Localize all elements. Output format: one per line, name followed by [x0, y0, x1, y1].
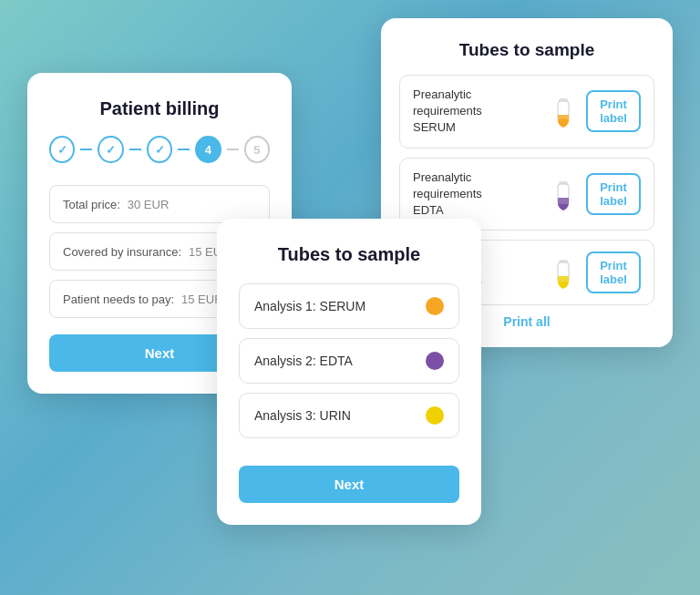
tubes-back-title: Tubes to sample	[399, 40, 654, 60]
analysis-1-label: Analysis 1: SERUM	[254, 299, 365, 313]
step-connector-1	[80, 149, 92, 150]
tube-icon-1	[551, 98, 577, 124]
analysis-row-2: Analysis 2: EDTA	[239, 338, 459, 384]
print-label-btn-1[interactable]: Printlabel	[586, 90, 641, 132]
patient-pay-label: Patient needs to pay:	[63, 292, 174, 306]
billing-title: Patient billing	[49, 98, 270, 119]
step-2: ✓	[98, 136, 123, 163]
analysis-2-dot	[426, 352, 444, 370]
step-connector-2	[129, 149, 141, 150]
tubes-front-card: Tubes to sample Analysis 1: SERUM Analys…	[217, 219, 481, 525]
print-all-button[interactable]: Print all	[503, 314, 550, 329]
total-price-label: Total price:	[63, 198, 120, 211]
stepper: ✓ ✓ ✓ 4 5	[49, 136, 270, 163]
step-5: 5	[244, 136, 270, 163]
step-3: ✓	[147, 136, 172, 163]
analysis-row-1: Analysis 1: SERUM	[239, 283, 459, 329]
step-4: 4	[195, 136, 221, 163]
tubes-next-button[interactable]: Next	[239, 466, 459, 503]
step-1: ✓	[49, 136, 75, 163]
svg-rect-6	[558, 198, 569, 204]
total-price-value: 30 EUR	[128, 198, 170, 211]
svg-rect-9	[558, 276, 569, 282]
insurance-label: Covered by insurance:	[63, 245, 181, 259]
analysis-1-dot	[426, 297, 444, 315]
analysis-3-label: Analysis 3: URIN	[254, 408, 351, 423]
print-label-btn-2[interactable]: Printlabel	[586, 173, 641, 215]
step-connector-4	[227, 149, 239, 150]
total-price-field: Total price: 30 EUR	[49, 185, 270, 223]
analysis-2-label: Analysis 2: EDTA	[254, 354, 353, 368]
tube-icon-2	[551, 181, 577, 207]
print-label-btn-3[interactable]: Printlabel	[586, 251, 641, 293]
tubes-front-title: Tubes to sample	[239, 244, 459, 265]
analysis-3-dot	[426, 406, 444, 425]
tube-row-1-text: Preanalytic requirementsSERUM	[413, 87, 542, 137]
tube-row-1: Preanalytic requirementsSERUM Printlabel	[399, 75, 654, 149]
tube-row-2-text: Preanalytic requirementsEDTA	[413, 169, 542, 220]
tube-icon-3	[551, 260, 577, 285]
analysis-row-3: Analysis 3: URIN	[239, 393, 459, 438]
step-connector-3	[178, 149, 190, 150]
